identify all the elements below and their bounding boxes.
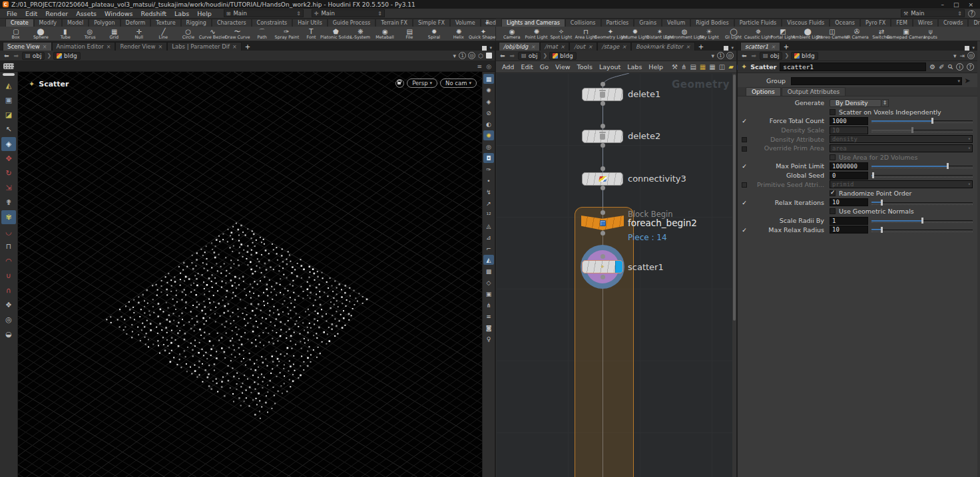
radial-menu-selector[interactable]: ✛ Main ⇕ bbox=[312, 9, 385, 17]
shelf-tool[interactable]: ⬤ Sphere bbox=[29, 28, 53, 40]
new-pane-tab-button[interactable]: + bbox=[242, 43, 254, 51]
param-enable-toggle[interactable] bbox=[738, 136, 751, 143]
shelf-tool[interactable]: ✺ Helix bbox=[447, 28, 471, 40]
viewport-display-icon[interactable]: ▦ bbox=[483, 74, 494, 84]
viewport-tool-icon[interactable]: ∪ bbox=[1, 269, 16, 283]
network-menu-item[interactable]: Edit bbox=[517, 63, 536, 71]
shelf-tool[interactable]: ○ Circle bbox=[176, 28, 200, 40]
camera-select-pill[interactable]: No cam bbox=[440, 79, 477, 88]
shelf-tab[interactable]: FEM bbox=[891, 19, 913, 27]
shelf-tab[interactable]: Modify bbox=[34, 19, 63, 27]
network-toolbar-icon[interactable]: ◫ bbox=[719, 63, 725, 71]
max-point-limit-field[interactable]: 1000000 bbox=[830, 162, 868, 170]
shelf-tool[interactable]: ◩ Portal Light bbox=[771, 28, 795, 40]
viewport-display-icon[interactable]: ↗ bbox=[483, 198, 494, 208]
pane-maximize-icon[interactable] bbox=[724, 46, 728, 51]
network-menu-item[interactable]: Add bbox=[499, 63, 517, 71]
pin-icon[interactable]: ◎ bbox=[468, 52, 475, 59]
pane-tab[interactable]: /stage bbox=[597, 42, 631, 51]
group-select-arrow-icon[interactable]: ➤ bbox=[962, 77, 973, 85]
pin-params-icon[interactable]: ⇥ bbox=[959, 53, 965, 59]
viewport-display-icon[interactable]: • bbox=[483, 176, 494, 186]
viewport-tool-icon[interactable]: ◡ bbox=[1, 225, 16, 239]
back-arrow-icon[interactable]: ⬅ bbox=[499, 53, 507, 59]
viewport-display-icon[interactable]: ◈ bbox=[483, 96, 494, 106]
shelf-tab[interactable]: Particle Fluids bbox=[734, 19, 782, 27]
shelf-tab[interactable]: Rigid Bodies bbox=[690, 19, 734, 27]
close-button[interactable]: × bbox=[968, 1, 973, 8]
back-arrow-icon[interactable]: ⬅ bbox=[3, 53, 11, 59]
shelf-tool[interactable]: ╱ Line bbox=[152, 28, 176, 40]
magnifier-icon[interactable]: ⚲ bbox=[946, 63, 955, 71]
viewport-tool-icon[interactable]: ∩ bbox=[1, 283, 16, 297]
param-folder-tab[interactable]: Options bbox=[746, 87, 781, 96]
shelf-tool[interactable]: ✑ Spray Paint bbox=[274, 28, 298, 40]
menu-item[interactable]: Redshift bbox=[136, 9, 170, 18]
forward-arrow-icon[interactable]: ➡ bbox=[750, 53, 758, 59]
pane-tab[interactable]: /out bbox=[569, 42, 597, 51]
viewport-3d[interactable]: ✦ Scatter Persp No cam bbox=[18, 72, 482, 477]
node-output-dot[interactable] bbox=[601, 275, 605, 279]
viewport-display-icon[interactable]: ⊘ bbox=[483, 108, 494, 118]
follow-selection-icon[interactable]: ◎ bbox=[967, 52, 975, 59]
shelf-tool[interactable]: ◉ Metaball bbox=[373, 28, 397, 40]
menu-item[interactable]: Windows bbox=[101, 9, 136, 18]
shelf-tab[interactable]: Characters bbox=[212, 19, 252, 27]
network-toolbar-icon[interactable]: ▰ bbox=[728, 63, 734, 71]
global-seed-slider[interactable] bbox=[871, 171, 973, 180]
shelf-tool[interactable]: T Font bbox=[299, 28, 323, 40]
shelf-tab[interactable]: Volume bbox=[450, 19, 481, 27]
network-scrollbar[interactable] bbox=[732, 73, 736, 477]
shelf-tool[interactable]: ◉ Camera bbox=[500, 28, 524, 40]
max-relax-radius-slider[interactable] bbox=[871, 226, 973, 234]
pane-tab[interactable]: /obj/bldg bbox=[499, 42, 540, 51]
menu-spinner-icon[interactable]: ⇕ bbox=[881, 99, 889, 107]
shelf-tab[interactable]: Model bbox=[62, 19, 89, 27]
node-input-dot[interactable] bbox=[601, 124, 605, 128]
viewport-display-icon[interactable]: ¹² bbox=[483, 210, 494, 220]
path-dropdown-icon[interactable]: ▾ bbox=[710, 53, 715, 59]
relax-iterations-slider[interactable] bbox=[871, 198, 973, 207]
viewport-tool-icon[interactable]: ⇲ bbox=[1, 181, 16, 195]
network-menu-item[interactable]: Layout bbox=[596, 63, 624, 71]
viewport-display-icon[interactable]: ◬ bbox=[483, 221, 494, 231]
shelf-tab[interactable]: Guide Process bbox=[328, 19, 375, 27]
shelf-tool[interactable]: ▤ File bbox=[397, 28, 421, 40]
node-name-field[interactable]: scatter1 bbox=[780, 63, 926, 71]
shelf-tab[interactable]: Constraints bbox=[252, 19, 293, 27]
viewport-tool-icon[interactable]: ⊓ bbox=[1, 239, 16, 253]
viewport-display-icon[interactable]: ✺ bbox=[483, 130, 494, 140]
checkbox[interactable] bbox=[830, 208, 836, 214]
viewport-display-icon[interactable]: ↯ bbox=[483, 187, 494, 197]
node-label[interactable]: delete1 bbox=[628, 89, 660, 99]
pane-tab[interactable]: Labs | Parameter Dif bbox=[167, 42, 242, 51]
pane-tab[interactable]: scatter1 bbox=[740, 42, 780, 51]
breadcrumb-node[interactable]: bldg bbox=[791, 52, 818, 60]
param-enable-toggle[interactable] bbox=[738, 117, 751, 124]
shelf-tool[interactable]: ◍ Environment Light bbox=[672, 28, 696, 40]
network-menu-item[interactable]: Labs bbox=[624, 63, 645, 71]
pane-tab[interactable]: /mat bbox=[540, 42, 569, 51]
pane-maximize-icon[interactable] bbox=[482, 46, 487, 51]
viewport-display-icon[interactable]: ◐ bbox=[483, 119, 494, 129]
node-output-dot[interactable] bbox=[601, 143, 605, 148]
shelf-tool[interactable]: ☀ Sky Light bbox=[697, 28, 721, 40]
maximize-button[interactable]: □ bbox=[953, 1, 959, 8]
network-toolbar-icon[interactable]: ▤ bbox=[690, 63, 696, 71]
menu-item[interactable]: Render bbox=[41, 9, 72, 18]
node-delete1[interactable] bbox=[582, 88, 623, 101]
force-total-count-field[interactable]: 1000 bbox=[830, 117, 868, 125]
checkbox[interactable] bbox=[830, 109, 836, 115]
viewport-display-icon[interactable]: ♀ bbox=[483, 334, 494, 344]
menu-item[interactable]: Edit bbox=[21, 9, 41, 18]
menu-item[interactable]: Assets bbox=[72, 9, 101, 18]
breadcrumb-root[interactable]: ▤obj bbox=[22, 52, 45, 60]
network-toolbar-icon[interactable]: ⚒ bbox=[672, 63, 678, 71]
group-input[interactable] bbox=[791, 77, 962, 85]
viewport-tool-icon[interactable]: ↻ bbox=[1, 166, 16, 180]
checkbox[interactable] bbox=[830, 190, 836, 196]
shelf-tool[interactable]: ◎ Torus bbox=[78, 28, 102, 40]
shelf-tool[interactable]: ✛ Null bbox=[127, 28, 151, 40]
shelf-tool[interactable]: ✹ Volume Light bbox=[623, 28, 647, 40]
viewport-display-icon[interactable]: ⋔ bbox=[483, 300, 494, 310]
